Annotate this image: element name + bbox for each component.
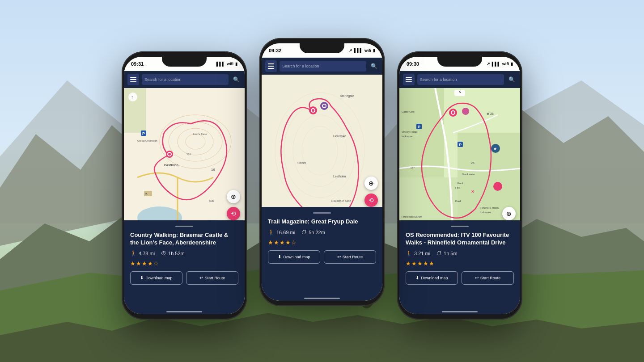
phone-right-distance-value: 3.21 mi bbox=[414, 251, 430, 256]
phone-center-download-button[interactable]: ⬇ Download map bbox=[268, 250, 320, 264]
phone-left-panel-handle[interactable] bbox=[175, 226, 193, 227]
phone-right-stars: ★★★★★ bbox=[406, 260, 514, 267]
location-icon: ↗ bbox=[487, 62, 490, 66]
signal-icon: ▌▌▌ bbox=[216, 62, 225, 66]
phone-right-download-button[interactable]: ⬇ Download map bbox=[406, 271, 458, 285]
phone-center-route-stats: 🚶 16.69 mi ⏱ 5h 22m bbox=[268, 229, 376, 236]
phone-center-stars: ★★★★☆ bbox=[268, 239, 376, 246]
phone-left-start-route-button[interactable]: ↩ Start Route bbox=[186, 271, 238, 285]
signal-icon: ▌▌▌ bbox=[492, 62, 500, 66]
phone-center-start-route-button[interactable]: ↩ Start Route bbox=[324, 250, 376, 264]
svg-text:Houlsyke: Houlsyke bbox=[333, 135, 346, 138]
phone-left-home-indicator bbox=[166, 311, 202, 312]
phone-center-search-input[interactable]: Search for a location bbox=[280, 61, 366, 72]
phone-center-search-bar: Search for a location 🔍 bbox=[262, 58, 382, 75]
phone-left-duration-value: 1h 52m bbox=[168, 251, 185, 256]
phone-right-info-panel: OS Recommended: ITV 100 Favourite Walks … bbox=[399, 220, 520, 314]
phone-left-notch bbox=[162, 57, 207, 67]
phone-right-start-route-button[interactable]: ↩ Start Route bbox=[462, 271, 514, 285]
phone-center-distance-value: 16.69 mi bbox=[276, 230, 295, 235]
phone-center-action-buttons: ⬇ Download map ↩ Start Route bbox=[268, 250, 376, 264]
signal-icon: ▌▌▌ bbox=[354, 48, 363, 53]
phone-center-route-title: Trail Magazine: Great Fryup Dale bbox=[268, 218, 376, 226]
phone-right-route-stats: 🚶 3.21 mi ⏱ 1h 5m bbox=[406, 250, 514, 257]
svg-text:↑: ↑ bbox=[131, 94, 134, 100]
phone-left-search-bar: Search for a location 🔍 bbox=[124, 71, 245, 88]
download-icon: ⬇ bbox=[415, 275, 419, 280]
phone-center: 09:32 ↗ ▌▌▌ wifi ▮ Search for a location bbox=[259, 38, 385, 306]
phone-left-time: 09:31 bbox=[131, 61, 144, 67]
phone-right-notch bbox=[437, 57, 482, 67]
phone-center-search-placeholder: Search for a location bbox=[282, 64, 319, 68]
svg-text:Lion's Face: Lion's Face bbox=[193, 133, 207, 135]
phone-right-walk-icon: 🚶 bbox=[406, 250, 412, 257]
phone-right-time: 09:30 bbox=[407, 61, 419, 67]
phone-center-menu-button[interactable] bbox=[265, 60, 277, 72]
phone-center-crosshair-btn[interactable]: ⊕ bbox=[364, 177, 378, 190]
phone-center-info-panel: Trail Magazine: Great Fryup Dale 🚶 16.69… bbox=[262, 207, 382, 301]
svg-text:FBs: FBs bbox=[455, 186, 460, 189]
svg-text:Glaisdale Side: Glaisdale Side bbox=[331, 199, 351, 202]
phone-left-menu-button[interactable] bbox=[127, 74, 139, 85]
phone-right-search-input[interactable]: Search for a location bbox=[417, 74, 504, 85]
phone-center-route-btn[interactable]: ⟲ bbox=[364, 194, 378, 207]
phone-right-panel-handle[interactable] bbox=[451, 226, 469, 227]
svg-text:Blackwater: Blackwater bbox=[462, 173, 475, 176]
svg-text:Inclosure: Inclosure bbox=[402, 135, 413, 138]
svg-point-46 bbox=[312, 109, 314, 112]
phone-center-distance: 🚶 16.69 mi bbox=[268, 229, 295, 236]
phone-center-search-icon[interactable]: 🔍 bbox=[369, 61, 379, 71]
phone-left-crosshair-btn[interactable]: ⊕ bbox=[227, 190, 240, 203]
phone-left-stars: ★★★★☆ bbox=[130, 260, 238, 267]
svg-text:Fletchers Thorn: Fletchers Thorn bbox=[480, 206, 499, 209]
svg-text:16: 16 bbox=[211, 168, 215, 172]
svg-text:Lealholm: Lealholm bbox=[333, 175, 346, 178]
svg-text:538: 538 bbox=[186, 153, 191, 156]
svg-text:Vinney Ridge: Vinney Ridge bbox=[402, 130, 418, 133]
battery-icon: ▮ bbox=[511, 62, 513, 66]
wifi-icon: wifi bbox=[227, 62, 233, 66]
phone-center-panel-handle[interactable] bbox=[313, 212, 331, 214]
phone-left-walk-icon: 🚶 bbox=[130, 250, 137, 257]
phone-right-search-icon[interactable]: 🔍 bbox=[507, 75, 517, 84]
phone-left-clock-icon: ⏱ bbox=[161, 250, 166, 257]
phone-left-info-panel: Country Walking: Braemar Castle & the Li… bbox=[124, 220, 245, 314]
start-route-icon: ↩ bbox=[475, 275, 479, 280]
phone-left-search-icon[interactable]: 🔍 bbox=[231, 75, 241, 84]
svg-point-76 bbox=[493, 182, 502, 191]
phone-right-expand-btn[interactable]: ^ bbox=[454, 90, 465, 96]
phone-center-time: 09:32 bbox=[269, 48, 281, 53]
phone-center-duration: ⏱ 5h 22m bbox=[301, 229, 325, 236]
svg-text:5: 5 bbox=[145, 192, 148, 196]
phone-center-map[interactable]: Stonegate Houlsyke Lealholm Street Glais… bbox=[262, 75, 382, 228]
phone-right-route-title: OS Recommended: ITV 100 Favourite Walks … bbox=[406, 232, 514, 247]
svg-point-70 bbox=[462, 108, 469, 115]
phone-left-route-btn[interactable]: ⟲ bbox=[227, 207, 240, 220]
phone-left-action-buttons: ⬇ Download map ↩ Start Route bbox=[130, 271, 238, 285]
svg-text:★: ★ bbox=[493, 147, 497, 151]
svg-text:MP: MP bbox=[411, 166, 415, 169]
battery-icon: ▮ bbox=[373, 48, 375, 53]
phone-left-distance-value: 4.78 mi bbox=[139, 251, 155, 256]
svg-text:Castleton: Castleton bbox=[164, 164, 178, 167]
phone-left-search-placeholder: Search for a location bbox=[144, 77, 182, 82]
svg-text:Street: Street bbox=[297, 161, 306, 164]
phone-right-search-placeholder: Search for a location bbox=[420, 77, 457, 82]
phone-right-crosshair-btn[interactable]: ⊕ bbox=[502, 207, 516, 220]
phone-left-search-input[interactable]: Search for a location bbox=[142, 74, 229, 85]
phone-right-menu-button[interactable] bbox=[403, 74, 415, 85]
phone-right-map[interactable]: Cattle Grid Vinney Ridge Inclosure Black… bbox=[399, 88, 520, 242]
phone-left-download-button[interactable]: ⬇ Download map bbox=[130, 271, 182, 285]
phone-right-clock-icon: ⏱ bbox=[436, 250, 442, 257]
wifi-icon: wifi bbox=[364, 48, 371, 53]
svg-text:⊕ 28: ⊕ 28 bbox=[487, 112, 494, 115]
svg-text:P: P bbox=[418, 125, 420, 129]
phone-center-walk-icon: 🚶 bbox=[268, 229, 275, 236]
phone-center-clock-icon: ⏱ bbox=[301, 229, 307, 236]
svg-text:Ford: Ford bbox=[458, 182, 463, 185]
phone-right: 09:30 ↗ ▌▌▌ wifi ▮ Search for a location bbox=[397, 51, 522, 320]
phone-center-notch bbox=[300, 43, 344, 53]
phone-left: 09:31 ▌▌▌ wifi ▮ Search for a location 🔍 bbox=[122, 51, 247, 320]
phone-center-home-indicator bbox=[304, 298, 340, 299]
phone-left-map[interactable]: Castleton Lion's Face Creag Choinnich 53… bbox=[124, 88, 245, 242]
